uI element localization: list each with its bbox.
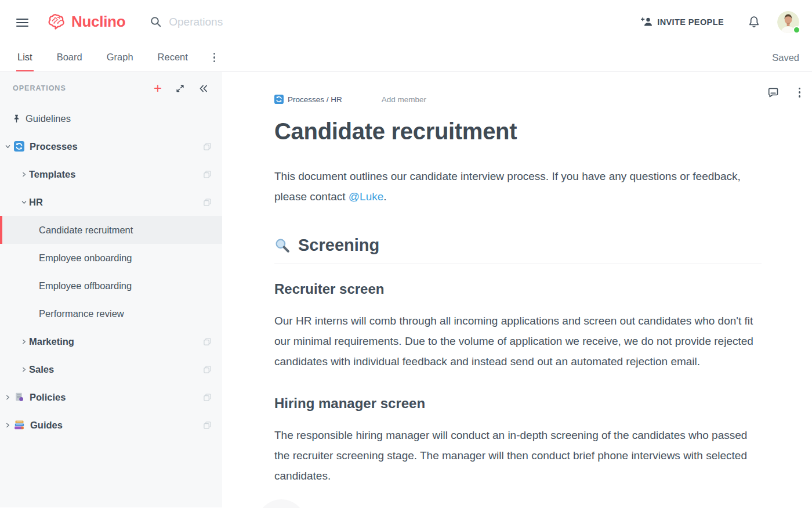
view-tabs-row: List Board Graph Recent Saved [0,44,812,72]
sync-blue-icon [14,141,24,152]
breadcrumb-label: Processes / HR [288,95,342,104]
sidebar-item-policies[interactable]: Policies [0,383,222,411]
document-pane: Processes / HR Add member Candidate recr… [222,72,812,507]
add-member-button[interactable]: Add member [382,95,426,104]
mention-link[interactable]: @Luke [349,190,384,203]
chevron-right-icon[interactable] [21,172,27,177]
copy-icon[interactable] [203,142,212,151]
subheading-recruiter-screen[interactable]: Recruiter screen [274,281,762,297]
sidebar-item-guides[interactable]: Guides [0,411,222,439]
person-add-icon [641,17,653,27]
tab-recent[interactable]: Recent [157,44,189,71]
chevron-down-icon[interactable] [5,144,10,149]
invite-people-label: INVITE PEOPLE [657,17,724,27]
next-section-emoji-peek [257,499,306,508]
expand-icon[interactable] [176,84,184,93]
subheading-hiring-manager-screen[interactable]: Hiring manager screen [274,395,762,412]
search-input[interactable] [169,16,296,28]
sidebar-item-templates[interactable]: Templates [0,160,222,188]
page-title[interactable]: Candidate recruitment [274,118,762,145]
comments-icon[interactable] [767,87,779,98]
search-icon [150,16,162,28]
notifications-bell-icon[interactable] [748,16,760,28]
document-more-icon[interactable] [796,85,803,99]
nuclino-logo[interactable]: Nuclino [47,13,125,31]
chevron-right-icon[interactable] [5,423,10,428]
copy-icon[interactable] [203,198,212,207]
sidebar-item-performance-review[interactable]: Performance review [0,300,222,327]
tab-board[interactable]: Board [56,44,84,71]
books-stack-icon [14,420,25,430]
tab-graph[interactable]: Graph [106,44,135,71]
workspace-label: OPERATIONS [13,84,154,92]
chevron-right-icon[interactable] [21,339,27,344]
sidebar-item-candidate-recruitment[interactable]: Candidate recruitment [0,216,222,244]
brand-name: Nuclino [71,13,125,31]
chevron-right-icon[interactable] [5,395,10,400]
hiring-manager-paragraph[interactable]: The responsible hiring manager will cond… [274,425,762,486]
sidebar-item-employee-onboarding[interactable]: Employee onboarding [0,244,222,272]
magnifying-glass-emoji-icon [274,237,291,254]
copy-icon[interactable] [203,365,212,374]
tabs-more-icon[interactable] [211,44,217,71]
chevron-down-icon[interactable] [21,200,27,205]
sidebar-item-hr[interactable]: HR [0,188,222,216]
copy-icon[interactable] [203,170,212,179]
sync-blue-icon [274,95,284,104]
breadcrumb[interactable]: Processes / HR [274,95,342,104]
document-purple-dot-icon [14,392,24,402]
collapse-sidebar-icon[interactable] [198,84,208,93]
copy-icon[interactable] [203,421,212,430]
top-bar: Nuclino INVITE PEOPLE [0,0,812,44]
pin-icon [13,114,20,123]
tab-list[interactable]: List [16,44,34,71]
sidebar-item-processes[interactable]: Processes [0,132,222,160]
online-status-dot [793,26,800,34]
menu-icon[interactable] [16,16,28,29]
intro-paragraph: This document outlines our candidate int… [274,166,762,207]
sidebar-item-sales[interactable]: Sales [0,355,222,383]
add-item-icon[interactable]: + [154,81,162,95]
invite-people-button[interactable]: INVITE PEOPLE [641,17,724,27]
sidebar-item-marketing[interactable]: Marketing [0,327,222,355]
brain-logo-icon [47,14,67,30]
sidebar: OPERATIONS + [0,72,222,507]
search-box[interactable] [150,16,296,28]
copy-icon[interactable] [203,337,212,346]
chevron-right-icon[interactable] [21,367,27,372]
save-status: Saved [772,44,799,71]
recruiter-screen-paragraph[interactable]: Our HR interns will comb through all inc… [274,311,762,372]
section-heading-screening[interactable]: Screening [274,236,762,264]
sidebar-item-guidelines[interactable]: Guidelines [0,105,222,132]
copy-icon[interactable] [203,393,212,402]
sidebar-item-employee-offboarding[interactable]: Employee offboarding [0,272,222,300]
user-avatar[interactable] [777,11,799,33]
